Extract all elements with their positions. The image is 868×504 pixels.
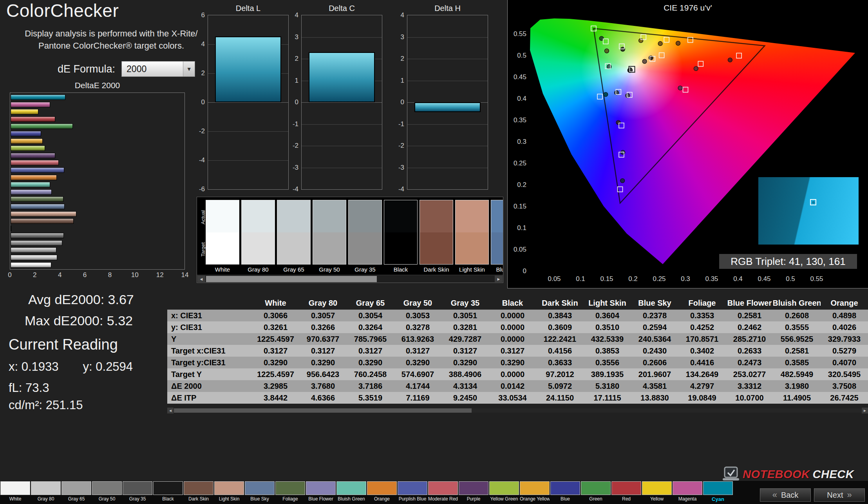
patch-blue-sky[interactable]: Blue Sky (244, 481, 275, 502)
cie-x-tick: 0.35 (705, 275, 718, 283)
swatch-column-gray-50[interactable]: Gray 50 (313, 200, 346, 273)
swatch-stack (455, 200, 489, 265)
value-cell: 0.2608 (773, 310, 821, 321)
value-cell: 17.1115 (584, 392, 631, 404)
patch-dark-skin[interactable]: Dark Skin (183, 481, 214, 502)
patch-yellow[interactable]: Yellow (642, 481, 672, 502)
swatch-column-dark-skin[interactable]: Dark Skin (420, 200, 453, 273)
value-cell: 1225.4597 (252, 333, 299, 345)
patch-color (92, 481, 122, 495)
patch-gray-35[interactable]: Gray 35 (122, 481, 153, 502)
patch-color (581, 481, 611, 495)
cie-x-tick: 0.05 (548, 275, 561, 283)
patch-blue-flower[interactable]: Blue Flower (306, 481, 336, 502)
value-cell: 0.3066 (252, 310, 299, 321)
row-label: Y (167, 333, 252, 345)
actual-swatch (491, 200, 503, 232)
patch-cyan[interactable]: Cyan (703, 481, 733, 502)
value-cell: 0.3853 (584, 345, 631, 357)
value-cell: 4.3134 (441, 380, 489, 392)
row-label: Target x:CIE31 (167, 345, 252, 357)
cie-y-tick: 0.05 (508, 246, 526, 254)
deltae-bar-row (11, 123, 184, 129)
swatch-column-light-skin[interactable]: Light Skin (455, 200, 489, 273)
target-swatch (491, 232, 503, 264)
target-row-label: Target (200, 236, 206, 263)
patch-moderate-red[interactable]: Moderate Red (428, 481, 458, 502)
cie-diagram-panel: CIE 1976 u'v' RGB Triplet: 41, 130, 161 … (507, 0, 868, 288)
patch-bluish-green[interactable]: Bluish Green (336, 481, 367, 502)
cie-y-tick: 0.5 (508, 52, 526, 60)
value-cell: 5.3519 (347, 392, 394, 404)
patch-green[interactable]: Green (580, 481, 611, 502)
swatch-scrollbar[interactable]: ◄ ► (197, 275, 503, 283)
swatch-column-white[interactable]: White (206, 200, 239, 273)
swatch-column-black[interactable]: Black (384, 200, 418, 273)
column-header-black: Black (489, 296, 536, 310)
target-point-cyan (597, 94, 602, 99)
swatch-column-gray-35[interactable]: Gray 35 (348, 200, 382, 273)
de-formula-dropdown[interactable]: 2000 ▼ (121, 61, 195, 77)
scrollbar-thumb[interactable] (174, 408, 472, 413)
deltae2000-chart (10, 92, 185, 270)
patch-label: Dark Skin (184, 496, 213, 502)
deltae-bar-gray-50 (11, 240, 62, 246)
value-cell: 760.2458 (347, 368, 394, 380)
patch-red[interactable]: Red (611, 481, 642, 502)
scroll-right-icon[interactable]: ► (495, 276, 503, 282)
deltae-bar-black (11, 226, 11, 231)
gridline (208, 131, 288, 132)
table-scrollbar[interactable]: ◄ ► (167, 408, 868, 413)
patch-yellow-green[interactable]: Yellow Green (489, 481, 519, 502)
patch-orange[interactable]: Orange (367, 481, 397, 502)
patch-color (245, 481, 275, 495)
value-cell: 9.2450 (441, 392, 489, 404)
patch-blue[interactable]: Blue (550, 481, 580, 502)
swatch-stack (420, 200, 453, 265)
patch-label: Green (581, 496, 611, 502)
y-tick-label: -1 (389, 120, 404, 128)
patch-light-skin[interactable]: Light Skin (214, 481, 244, 502)
value-cell: 0.3585 (773, 357, 821, 368)
swatch-column-gray-80[interactable]: Gray 80 (241, 200, 275, 273)
patch-black[interactable]: Black (153, 481, 183, 502)
patch-white[interactable]: White (0, 481, 31, 502)
deltae-bar-row (11, 218, 184, 224)
patch-purple[interactable]: Purple (458, 481, 489, 502)
swatch-stack (348, 200, 382, 265)
scroll-right-icon[interactable]: ► (862, 408, 868, 413)
next-button[interactable]: Next » (814, 488, 865, 502)
patch-purplish-blue[interactable]: Purplish Blue (397, 481, 428, 502)
swatch-column-blue-sky[interactable]: Blue Sky (491, 200, 503, 273)
patch-gray-65[interactable]: Gray 65 (61, 481, 92, 502)
patch-gray-50[interactable]: Gray 50 (92, 481, 122, 502)
value-cell: 0.4252 (678, 321, 726, 333)
cie-x-tick: 0.5 (786, 275, 795, 283)
cie-x-tick: 0.45 (758, 275, 770, 283)
y-tick-label: 6 (190, 11, 205, 19)
value-cell: 0.3555 (773, 321, 821, 333)
patch-foliage[interactable]: Foliage (275, 481, 306, 502)
gridline (208, 160, 288, 161)
patch-magenta[interactable]: Magenta (672, 481, 703, 502)
scrollbar-thumb[interactable] (206, 276, 377, 282)
patch-gray-80[interactable]: Gray 80 (31, 481, 61, 502)
deltae-x-tick: 10 (131, 271, 139, 279)
deltae-bar-row (11, 175, 184, 180)
value-cell: 0.4026 (821, 321, 868, 333)
actual-swatch (313, 200, 346, 232)
patch-orange-yellow[interactable]: Orange Yellow (519, 481, 550, 502)
patch-color (0, 481, 30, 495)
patch-label: Gray 65 (61, 496, 91, 502)
back-button[interactable]: « Back (760, 488, 811, 502)
column-header-light-skin: Light Skin (584, 296, 631, 310)
y-tick-label: 0 (284, 98, 298, 106)
notebookcheck-logo: NOTEBOOKCHECK (722, 466, 854, 482)
swatch-label: Gray 65 (277, 266, 311, 273)
swatch-column-gray-65[interactable]: Gray 65 (277, 200, 311, 273)
value-cell: 0.3057 (299, 310, 347, 321)
scroll-left-icon[interactable]: ◄ (197, 276, 205, 282)
scroll-left-icon[interactable]: ◄ (167, 408, 174, 413)
delta-c-title: Delta C (301, 4, 382, 13)
description-line-1: Display analysis is performed with the X… (25, 29, 197, 38)
